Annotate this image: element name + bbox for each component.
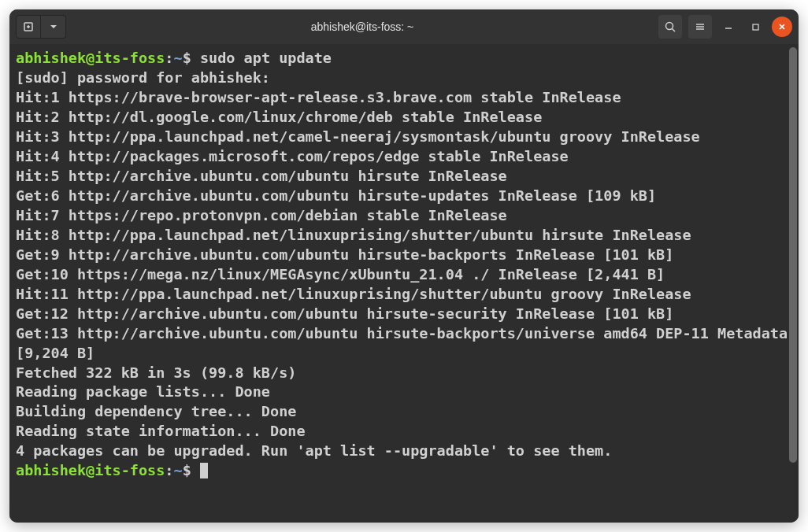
output-line: Reading state information... Done [16, 422, 792, 441]
output-line: Hit:2 http://dl.google.com/linux/chrome/… [16, 108, 792, 127]
minimize-button[interactable] [718, 17, 739, 37]
terminal-window: abhishek@its-foss: ~ [9, 9, 799, 523]
prompt-user: abhishek [16, 50, 86, 66]
prompt-path: ~ [174, 462, 183, 478]
titlebar: abhishek@its-foss: ~ [9, 9, 799, 44]
output-line: Hit:11 http://ppa.launchpad.net/linuxupr… [16, 285, 792, 305]
output-line: Get:13 http://archive.ubuntu.com/ubuntu … [16, 324, 792, 364]
output-line: Reading package lists... Done [16, 382, 792, 402]
output-line: Hit:4 http://packages.microsoft.com/repo… [16, 147, 792, 167]
hamburger-menu-button[interactable] [688, 15, 712, 39]
tab-controls [16, 15, 66, 39]
prompt-at: @ [86, 50, 95, 66]
output-line: Hit:7 https://repo.protonvpn.com/debian … [16, 206, 792, 226]
terminal-body[interactable]: abhishek@its-foss:~$ sudo apt update [su… [9, 44, 799, 523]
window-title: abhishek@its-foss: ~ [72, 20, 652, 33]
command-text: sudo apt update [200, 50, 332, 66]
prompt-host: its-foss [95, 462, 165, 478]
output-line: Hit:1 https://brave-browser-apt-release.… [16, 88, 792, 108]
scrollbar-track[interactable] [789, 47, 797, 519]
svg-rect-9 [753, 24, 758, 30]
output-line: [sudo] password for abhishek: [16, 68, 792, 88]
prompt-at: @ [86, 462, 95, 478]
output-line: 4 packages can be upgraded. Run 'apt lis… [16, 441, 792, 461]
tab-dropdown-button[interactable] [41, 15, 66, 39]
output-line: Hit:3 http://ppa.launchpad.net/camel-nee… [16, 127, 792, 147]
prompt-symbol: $ [183, 462, 191, 478]
output-line: Hit:5 http://archive.ubuntu.com/ubuntu h… [16, 167, 792, 187]
svg-point-3 [665, 22, 673, 29]
output-line: Get:12 http://archive.ubuntu.com/ubuntu … [16, 305, 792, 324]
new-tab-button[interactable] [16, 15, 41, 39]
output-line: Hit:8 http://ppa.launchpad.net/linuxupri… [16, 226, 792, 246]
output-line: Get:6 http://archive.ubuntu.com/ubuntu h… [16, 187, 792, 206]
prompt-separator: : [165, 462, 173, 478]
prompt-user: abhishek [16, 462, 86, 478]
maximize-button[interactable] [745, 17, 765, 37]
search-button[interactable] [658, 15, 682, 39]
right-controls [658, 15, 792, 39]
prompt-host: its-foss [95, 50, 165, 66]
output-line: Get:10 https://mega.nz/linux/MEGAsync/xU… [16, 265, 792, 285]
prompt-path: ~ [174, 50, 183, 66]
close-button[interactable] [772, 17, 792, 37]
prompt-symbol: $ [183, 50, 191, 66]
terminal-content: abhishek@its-foss:~$ sudo apt update [su… [16, 49, 792, 481]
output-line: Get:9 http://archive.ubuntu.com/ubuntu h… [16, 246, 792, 265]
output-line: Building dependency tree... Done [16, 402, 792, 422]
scrollbar-thumb[interactable] [789, 47, 797, 463]
prompt-separator: : [165, 50, 173, 66]
output-line: Fetched 322 kB in 3s (99.8 kB/s) [16, 364, 792, 383]
svg-line-4 [672, 28, 675, 31]
cursor [200, 463, 208, 478]
